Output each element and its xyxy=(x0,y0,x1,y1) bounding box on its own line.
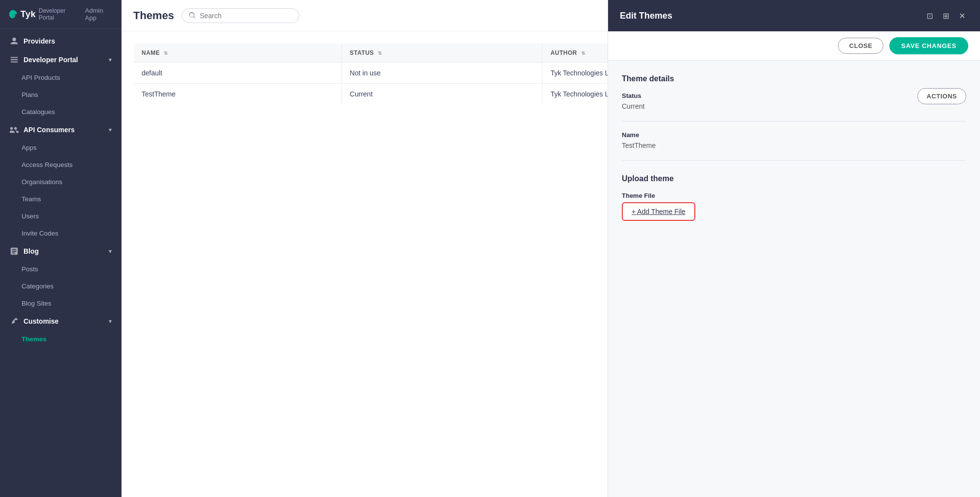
portal-label: Developer Portal xyxy=(39,7,78,21)
row-name: default xyxy=(134,63,342,84)
save-changes-button[interactable]: SAVE CHANGES xyxy=(889,37,968,54)
edit-panel-header-actions: ⊡ ⊞ ✕ xyxy=(924,9,968,23)
sidebar-item-blog-sites[interactable]: Blog Sites xyxy=(0,295,122,312)
sidebar-item-teams[interactable]: Teams xyxy=(0,190,122,208)
sidebar-item-providers-label: Providers xyxy=(24,37,55,45)
name-value: TestTheme xyxy=(622,142,966,149)
sidebar-item-plans-label: Plans xyxy=(22,91,38,98)
sidebar-item-blog-label: Blog xyxy=(24,247,39,255)
sort-name-icon: ⇅ xyxy=(164,50,168,56)
search-input[interactable] xyxy=(200,12,293,20)
edit-panel-title: Edit Themes xyxy=(620,11,672,21)
sidebar-item-themes[interactable]: Themes xyxy=(0,331,122,348)
sidebar-item-organisations[interactable]: Organisations xyxy=(0,173,122,190)
name-label: Name xyxy=(622,131,966,139)
sidebar-item-catalogues-label: Catalogues xyxy=(22,108,55,116)
chevron-down-icon: ▾ xyxy=(109,57,112,63)
row-status: Not in use xyxy=(342,63,542,84)
sidebar: Tyk Developer Portal Admin App Providers… xyxy=(0,0,122,497)
name-field-group: Name TestTheme xyxy=(622,131,966,149)
app-label: Admin App xyxy=(85,7,114,22)
sidebar-item-api-consumers[interactable]: API Consumers ▾ xyxy=(0,120,122,139)
tyk-logo: Tyk Developer Portal xyxy=(8,7,78,21)
upload-theme-title: Upload theme xyxy=(622,174,966,183)
expand-button[interactable]: ⊞ xyxy=(940,9,952,23)
sidebar-item-users[interactable]: Users xyxy=(0,208,122,225)
edit-panel-body: Theme details Status Current ACTIONS Nam… xyxy=(608,61,980,497)
divider-2 xyxy=(622,160,966,161)
logo-text: Tyk xyxy=(21,9,36,20)
close-panel-button[interactable]: ✕ xyxy=(956,9,968,23)
col-name[interactable]: NAME ⇅ xyxy=(134,44,342,63)
sidebar-item-apps[interactable]: Apps xyxy=(0,139,122,156)
sidebar-item-catalogues[interactable]: Catalogues xyxy=(0,103,122,120)
sidebar-item-customise-label: Customise xyxy=(24,317,59,325)
theme-details-title: Theme details xyxy=(622,74,966,83)
status-label: Status xyxy=(622,92,966,99)
sidebar-item-invite-codes[interactable]: Invite Codes xyxy=(0,225,122,242)
sidebar-nav: Providers Developer Portal ▾ API Product… xyxy=(0,29,122,351)
actions-button[interactable]: ACTIONS xyxy=(917,88,966,104)
chevron-down-icon-blog: ▾ xyxy=(109,248,112,255)
main-content: Themes NAME ⇅ STATUS ⇅ xyxy=(122,0,980,497)
row-name: TestTheme xyxy=(134,84,342,105)
chevron-down-icon-customise: ▾ xyxy=(109,318,112,325)
add-theme-file-button[interactable]: + Add Theme File xyxy=(622,202,695,221)
sidebar-item-developer-portal-label: Developer Portal xyxy=(24,56,78,64)
sort-author-icon: ⇅ xyxy=(581,50,586,56)
page-title: Themes xyxy=(133,9,174,22)
sidebar-item-posts[interactable]: Posts xyxy=(0,260,122,278)
status-value: Current xyxy=(622,102,966,110)
sort-status-icon: ⇅ xyxy=(378,50,382,56)
sidebar-item-api-products[interactable]: API Products xyxy=(0,69,122,86)
col-status[interactable]: STATUS ⇅ xyxy=(342,44,542,63)
status-field-group: Status Current ACTIONS xyxy=(622,92,966,110)
sidebar-item-access-requests[interactable]: Access Requests xyxy=(0,156,122,173)
chevron-down-icon-consumers: ▾ xyxy=(109,127,112,133)
theme-file-label: Theme File xyxy=(622,192,966,199)
sidebar-item-developer-portal[interactable]: Developer Portal ▾ xyxy=(0,50,122,69)
sidebar-item-api-products-label: API Products xyxy=(22,74,60,81)
row-status: Current xyxy=(342,84,542,105)
sidebar-item-plans[interactable]: Plans xyxy=(0,86,122,103)
search-box xyxy=(182,8,299,23)
external-link-button[interactable]: ⊡ xyxy=(924,9,936,23)
edit-panel: Edit Themes ⊡ ⊞ ✕ CLOSE SAVE CHANGES The… xyxy=(608,0,980,497)
divider xyxy=(622,121,966,121)
theme-file-field-group: Theme File + Add Theme File xyxy=(622,192,966,221)
sidebar-item-categories[interactable]: Categories xyxy=(0,278,122,295)
edit-panel-actions: CLOSE SAVE CHANGES xyxy=(608,31,980,61)
sidebar-header: Tyk Developer Portal Admin App xyxy=(0,0,122,29)
search-icon xyxy=(189,12,196,19)
sidebar-item-blog[interactable]: Blog ▾ xyxy=(0,242,122,260)
close-button[interactable]: CLOSE xyxy=(838,38,883,54)
edit-panel-header: Edit Themes ⊡ ⊞ ✕ xyxy=(608,0,980,31)
sidebar-item-providers[interactable]: Providers xyxy=(0,32,122,50)
sidebar-item-customise[interactable]: Customise ▾ xyxy=(0,312,122,331)
sidebar-item-api-consumers-label: API Consumers xyxy=(24,126,74,134)
